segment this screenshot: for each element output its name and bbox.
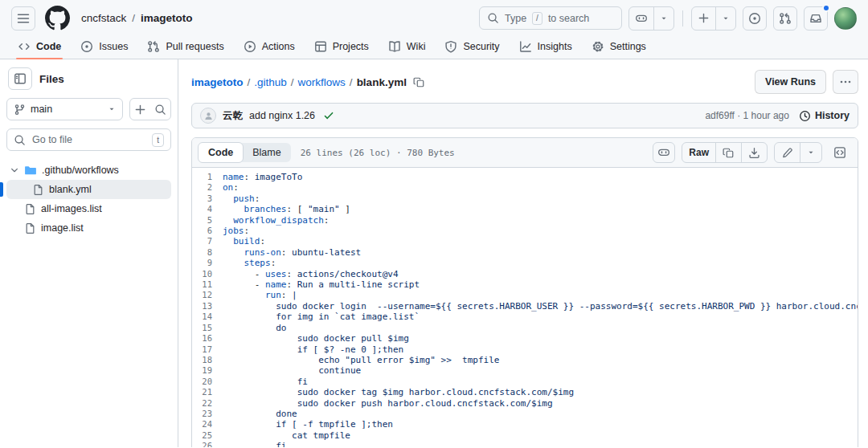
- code-line-10: 10 - uses: actions/checkout@v4: [192, 269, 858, 279]
- add-file-button[interactable]: [130, 99, 150, 120]
- checks-status-success[interactable]: [323, 110, 334, 121]
- tab-code-view[interactable]: Code: [198, 142, 244, 163]
- line-number[interactable]: 6: [192, 226, 223, 236]
- chevron-down-icon: [10, 165, 19, 175]
- hamburger-menu-button[interactable]: [11, 6, 35, 31]
- line-number[interactable]: 24: [192, 419, 223, 430]
- pencil-icon: [781, 147, 793, 159]
- pull-requests-dashboard-button[interactable]: [773, 6, 797, 31]
- line-number[interactable]: 7: [192, 236, 223, 246]
- tab-blame-view[interactable]: Blame: [243, 143, 290, 162]
- download-raw-button[interactable]: [741, 143, 767, 162]
- line-number[interactable]: 23: [192, 409, 223, 419]
- tab-wiki[interactable]: Wiki: [381, 35, 433, 59]
- notifications-inbox-button[interactable]: [804, 6, 828, 31]
- line-number[interactable]: 25: [192, 430, 223, 441]
- tab-settings[interactable]: Settings: [584, 35, 653, 59]
- line-number[interactable]: 20: [192, 377, 223, 387]
- tab-projects[interactable]: Projects: [307, 35, 376, 59]
- copy-path-button[interactable]: [413, 76, 425, 88]
- page-layout: Files main t .github/workflowsblank.ymla…: [0, 59, 868, 447]
- copilot-menu-button[interactable]: [653, 7, 674, 30]
- code-line-12: 12 run: |: [192, 290, 858, 300]
- tree-file-blank.yml[interactable]: blank.yml: [6, 180, 171, 199]
- table-icon: [314, 40, 327, 53]
- line-number[interactable]: 10: [192, 269, 223, 279]
- line-number[interactable]: 5: [192, 215, 223, 226]
- path-segment-.github[interactable]: .github: [254, 76, 287, 88]
- line-text: build:: [223, 236, 265, 246]
- tab-issues[interactable]: Issues: [73, 35, 135, 59]
- path-segment-workflows[interactable]: workflows: [298, 76, 346, 88]
- caret-down-icon: [807, 149, 815, 157]
- line-number[interactable]: 8: [192, 247, 223, 258]
- line-number[interactable]: 3: [192, 193, 223, 204]
- line-number[interactable]: 15: [192, 323, 223, 333]
- history-button[interactable]: History: [799, 110, 850, 122]
- line-number[interactable]: 19: [192, 365, 223, 376]
- go-to-file-input[interactable]: [31, 133, 147, 146]
- symbols-panel-button[interactable]: [829, 142, 851, 163]
- path-segment-imagetoto[interactable]: imagetoto: [191, 76, 244, 88]
- line-number[interactable]: 26: [192, 441, 223, 447]
- tab-security[interactable]: Security: [437, 35, 506, 59]
- path-separator: /: [287, 76, 298, 88]
- code-line-8: 8 runs-on: ubuntu-latest: [192, 247, 858, 258]
- commit-author-avatar[interactable]: [200, 108, 216, 124]
- line-number[interactable]: 18: [192, 355, 223, 365]
- commit-sha-and-time[interactable]: adf69ff · 1 hour ago: [705, 110, 789, 121]
- tree-item-label: all-images.list: [41, 203, 102, 214]
- user-avatar[interactable]: [834, 7, 857, 30]
- create-new-menu-button[interactable]: [715, 7, 735, 30]
- github-logo[interactable]: [45, 6, 70, 31]
- line-number[interactable]: 13: [192, 301, 223, 312]
- line-number[interactable]: 17: [192, 344, 223, 355]
- tree-folder-.github/workflows[interactable]: .github/workflows: [6, 161, 171, 180]
- search-this-repo-button[interactable]: [150, 99, 170, 120]
- branch-selector[interactable]: main: [6, 98, 123, 120]
- copilot-file-button[interactable]: [653, 142, 675, 163]
- path-separator: /: [244, 76, 255, 88]
- tree-file-all-images.list[interactable]: all-images.list: [6, 199, 171, 218]
- view-runs-button[interactable]: View Runs: [755, 70, 826, 94]
- line-number[interactable]: 16: [192, 333, 223, 344]
- line-number[interactable]: 9: [192, 258, 223, 268]
- line-number[interactable]: 12: [192, 290, 223, 300]
- tab-insights[interactable]: Insights: [512, 35, 579, 59]
- tab-pull-requests[interactable]: Pull requests: [140, 35, 231, 59]
- line-text: run: |: [223, 290, 297, 300]
- git-pull-request-icon: [779, 12, 792, 25]
- code-line-21: 21 sudo docker tag $img harbor.cloud.cnc…: [192, 387, 858, 397]
- breadcrumb-owner-link[interactable]: cncfstack: [81, 12, 126, 24]
- line-number[interactable]: 1: [192, 172, 223, 182]
- collapse-file-tree-button[interactable]: [8, 67, 32, 90]
- tab-actions[interactable]: Actions: [236, 35, 302, 59]
- book-icon: [388, 40, 401, 53]
- tab-label: Insights: [538, 41, 572, 52]
- line-number[interactable]: 2: [192, 182, 223, 193]
- commit-author-name[interactable]: 云乾: [223, 109, 243, 123]
- tab-label: Pull requests: [166, 41, 223, 52]
- edit-file-button[interactable]: [775, 143, 800, 162]
- copy-raw-button[interactable]: [715, 143, 741, 162]
- line-number[interactable]: 21: [192, 387, 223, 397]
- line-number[interactable]: 14: [192, 312, 223, 322]
- global-search-input[interactable]: Type / to search: [479, 6, 622, 30]
- line-text: sudo docker pull $img: [223, 333, 409, 344]
- issues-dashboard-button[interactable]: [743, 6, 767, 31]
- code-line-3: 3 push:: [192, 193, 858, 204]
- line-number[interactable]: 4: [192, 204, 223, 214]
- tab-code[interactable]: Code: [10, 35, 68, 59]
- commit-message[interactable]: add nginx 1.26: [249, 110, 315, 121]
- edit-menu-button[interactable]: [800, 143, 821, 162]
- tree-file-image.list[interactable]: image.list: [6, 218, 171, 238]
- file-more-options-button[interactable]: [833, 70, 858, 94]
- line-text: continue: [223, 365, 361, 376]
- plus-button[interactable]: [692, 7, 715, 30]
- copilot-chat-button[interactable]: [629, 7, 653, 30]
- breadcrumb-repo-link[interactable]: imagetoto: [141, 12, 193, 24]
- code-line-20: 20 fi: [192, 377, 858, 387]
- line-number[interactable]: 22: [192, 398, 223, 409]
- line-number[interactable]: 11: [192, 279, 223, 290]
- raw-button[interactable]: Raw: [682, 143, 715, 162]
